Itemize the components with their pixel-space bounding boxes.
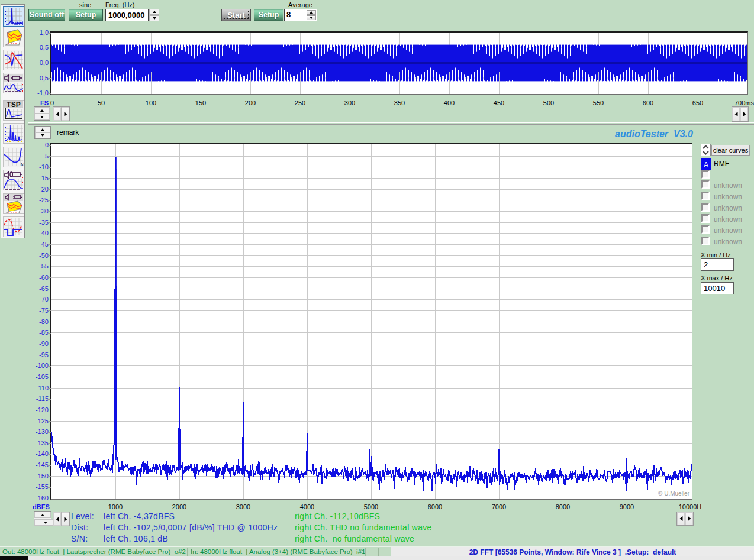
svg-text:TSP: TSP bbox=[7, 101, 20, 109]
svg-text:ω: ω bbox=[21, 161, 24, 167]
